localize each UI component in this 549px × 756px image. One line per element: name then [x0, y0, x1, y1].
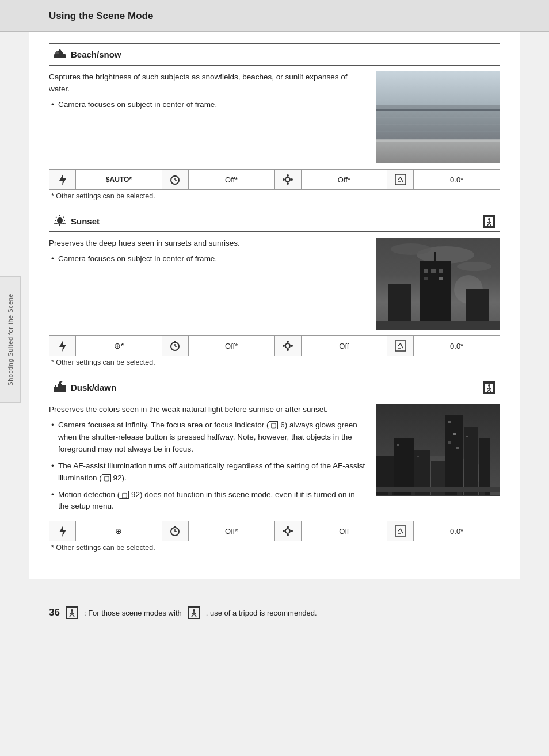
sunset-bullet-1: Camera focuses on subject in center of f…: [49, 253, 367, 265]
sunset-flash-icon: [49, 336, 76, 356]
beach-snow-title: Beach/snow: [71, 49, 121, 59]
svg-rect-68: [395, 341, 406, 351]
svg-point-112: [285, 529, 290, 533]
main-content: Beach/snow Captures the brightness of su…: [29, 32, 520, 579]
page-number: 36: [49, 607, 60, 618]
beach-snow-settings: $AUTO* Off* Off* 0.0*: [49, 169, 500, 190]
dusk-dawn-icon: [54, 381, 66, 394]
dusk-dawn-text: Preserves the colors seen in the weak na…: [49, 404, 367, 515]
svg-point-67: [291, 345, 293, 347]
sunset-image: [376, 238, 500, 330]
svg-rect-92: [376, 487, 500, 492]
dusk-ev-icon: [387, 521, 414, 541]
page-title: Using the Scene Mode: [49, 10, 153, 21]
dusk-dawn-bullet-1: Camera focuses at infinity. The focus ar…: [49, 419, 367, 456]
settings-ev-icon: [387, 170, 414, 189]
settings-macro-value: Off*: [302, 170, 388, 189]
svg-line-24: [401, 177, 403, 182]
beach-snow-bullet-1: Camera focuses on subject in center of f…: [49, 99, 367, 111]
svg-rect-72: [54, 387, 58, 392]
sunset-flash-value: ⊕*: [76, 336, 162, 356]
svg-line-129: [192, 614, 194, 617]
svg-line-130: [194, 614, 196, 617]
dusk-flash-icon: [49, 521, 76, 541]
dusk-dawn-settings: ⊕ Off* Off 0.0*: [49, 521, 500, 541]
svg-rect-103: [456, 447, 459, 449]
svg-point-116: [291, 530, 293, 532]
dusk-dawn-title-group: Dusk/dawn: [54, 381, 116, 394]
svg-rect-55: [424, 277, 428, 280]
svg-rect-100: [448, 421, 451, 423]
beach-snow-header: Beach/snow: [49, 43, 500, 66]
side-tab: Shooting Suited for the Scene: [0, 276, 21, 403]
settings-timer-icon: [162, 170, 189, 189]
svg-rect-74: [62, 385, 66, 392]
sunset-macro-value: Off: [302, 336, 388, 356]
svg-line-31: [56, 217, 57, 218]
sunset-macro-icon: [275, 336, 302, 356]
svg-rect-102: [448, 441, 451, 444]
svg-point-127: [193, 609, 195, 612]
sunset-description: Preserves the deep hues seen in sunsets …: [49, 238, 367, 250]
svg-rect-11: [376, 105, 500, 109]
svg-rect-75: [55, 385, 56, 387]
sunset-footnote: * Other settings can be selected.: [49, 358, 500, 366]
svg-line-33: [63, 217, 64, 218]
sunset-bullets: Camera focuses on subject in center of f…: [49, 253, 367, 265]
dusk-dawn-bullets: Camera focuses at infinity. The focus ar…: [49, 419, 367, 513]
svg-point-18: [287, 174, 289, 177]
sunset-settings: ⊕* Off* Off 0.0*: [49, 335, 500, 356]
dusk-dawn-body: Preserves the colors seen in the weak na…: [49, 404, 500, 515]
svg-rect-56: [439, 277, 443, 280]
settings-timer-value: Off*: [189, 170, 275, 189]
beach-snow-image: [376, 71, 500, 163]
sunset-timer-value: Off*: [189, 336, 275, 356]
svg-point-17: [285, 177, 290, 182]
sunset-title: Sunset: [71, 216, 100, 226]
svg-rect-117: [395, 526, 406, 536]
dusk-ev-value: 0.0*: [414, 521, 500, 541]
svg-rect-9: [376, 140, 500, 163]
svg-line-123: [70, 614, 72, 617]
footer-note-1: : For those scene modes with: [84, 609, 182, 617]
svg-rect-0: [54, 54, 66, 58]
svg-point-66: [283, 345, 285, 347]
svg-rect-10: [376, 139, 500, 142]
svg-rect-57: [376, 321, 500, 330]
svg-point-121: [71, 609, 73, 612]
svg-line-119: [401, 529, 403, 533]
dusk-dawn-bullet-3: Motion detection (▢ 92) does not functio…: [49, 489, 367, 513]
svg-point-20: [283, 178, 285, 181]
footer-tripod-box: [66, 606, 78, 619]
dusk-dawn-image: [376, 404, 500, 496]
svg-point-19: [287, 182, 289, 185]
beach-snow-icon: [54, 47, 66, 62]
sunset-text: Preserves the deep hues seen in sunsets …: [49, 238, 367, 330]
svg-rect-105: [396, 444, 399, 446]
svg-point-26: [57, 217, 63, 223]
svg-point-115: [283, 530, 285, 532]
svg-rect-54: [439, 269, 443, 273]
beach-snow-bullets: Camera focuses on subject in center of f…: [49, 99, 367, 111]
svg-rect-104: [466, 436, 468, 437]
dusk-dawn-bullet-2: The AF-assist illumination turns off aut…: [49, 460, 367, 484]
svg-point-37: [488, 218, 490, 220]
svg-marker-12: [59, 174, 66, 185]
svg-marker-58: [59, 340, 66, 352]
svg-rect-49: [434, 252, 436, 261]
svg-point-63: [285, 343, 290, 348]
svg-point-114: [287, 534, 289, 536]
page-footer: 36 : For those scene modes with , use of…: [29, 597, 520, 628]
beach-snow-section: Beach/snow Captures the brightness of su…: [49, 43, 500, 200]
dusk-dawn-title: Dusk/dawn: [71, 383, 116, 392]
beach-snow-body: Captures the brightness of such subjects…: [49, 71, 500, 163]
svg-point-65: [287, 349, 289, 351]
svg-line-70: [401, 343, 403, 348]
settings-flash-value: $AUTO*: [76, 170, 162, 189]
dusk-timer-icon: [162, 521, 189, 541]
dusk-macro-icon: [275, 521, 302, 541]
svg-point-64: [287, 341, 289, 343]
dusk-timer-value: Off*: [189, 521, 275, 541]
svg-rect-85: [445, 415, 463, 496]
dusk-dawn-header: Dusk/dawn: [49, 377, 500, 398]
